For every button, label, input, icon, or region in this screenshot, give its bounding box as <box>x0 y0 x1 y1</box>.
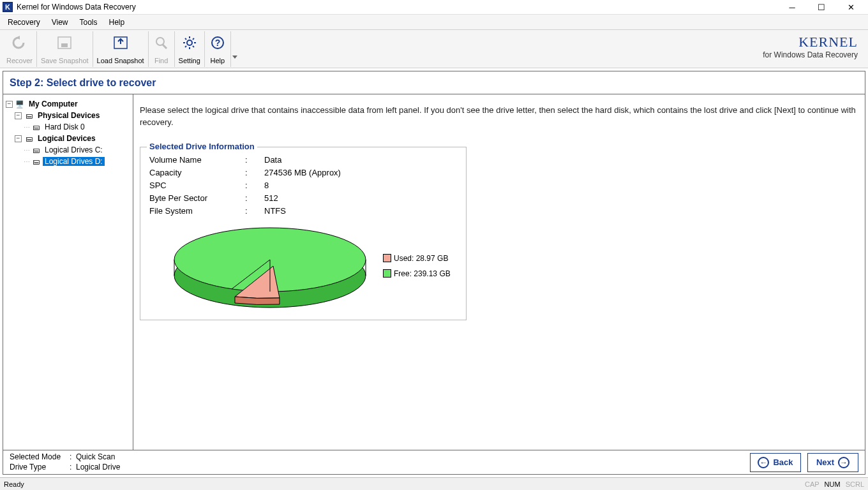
help-icon: ? <box>209 34 227 52</box>
svg-line-10 <box>185 38 186 40</box>
step-title: Step 2: Select drive to recover <box>3 71 865 94</box>
find-icon <box>153 34 170 52</box>
drive-info-legend: Selected Drive Information <box>147 142 257 151</box>
recover-button: Recover <box>3 31 37 67</box>
load-snapshot-button[interactable]: Load Snapshot <box>93 31 149 67</box>
svg-line-4 <box>163 45 167 48</box>
computer-icon: 🖥️ <box>15 100 25 108</box>
back-button[interactable]: ← Back <box>750 453 801 472</box>
status-cap: CAP <box>805 480 819 488</box>
close-button[interactable]: ✕ <box>836 0 865 14</box>
gear-icon <box>181 34 198 52</box>
info-row: Byte Per Sector:512 <box>149 192 457 205</box>
svg-point-5 <box>187 40 192 45</box>
main-panel: Please select the logical drive that con… <box>133 94 865 450</box>
svg-text:?: ? <box>215 38 221 48</box>
menu-view[interactable]: View <box>52 18 68 27</box>
svg-line-12 <box>185 46 186 47</box>
arrow-left-icon: ← <box>758 457 769 468</box>
hdd-icon: 🖴 <box>31 122 41 131</box>
maximize-button[interactable]: ☐ <box>807 0 836 14</box>
brand-logo: KERNEL for Windows Data Recovery <box>763 34 858 59</box>
app-icon: K <box>3 2 13 12</box>
recover-icon <box>10 34 28 52</box>
tree-drive-c[interactable]: ⋯ 🖴 Logical Drives C: <box>6 144 130 156</box>
legend-free: Free: 239.13 GB <box>383 269 451 278</box>
drive-info-fieldset: Selected Drive Information Volume Name:D… <box>140 147 467 320</box>
svg-line-11 <box>193 46 194 47</box>
svg-rect-1 <box>61 43 68 47</box>
device-icon: 🖴 <box>24 111 34 120</box>
disk-usage-chart: Used: 28.97 GB Free: 239.13 GB <box>149 221 457 311</box>
save-snapshot-button: Save Snapshot <box>37 31 93 67</box>
drive-tree: − 🖥️ My Computer − 🖴 Physical Devices ⋯ … <box>3 94 133 450</box>
info-row: Volume Name:Data <box>149 154 457 167</box>
find-button: Find <box>149 31 175 67</box>
help-button[interactable]: ? Help <box>205 31 231 67</box>
content: Step 2: Select drive to recover − 🖥️ My … <box>3 71 865 475</box>
tree-hard-disk-0[interactable]: ⋯ 🖴 Hard Disk 0 <box>6 121 130 133</box>
minimize-button[interactable]: ─ <box>777 0 807 14</box>
arrow-right-icon: → <box>838 457 849 468</box>
chart-legend: Used: 28.97 GB Free: 239.13 GB <box>383 248 451 285</box>
window-title: Kernel for Windows Data Recovery <box>17 3 136 11</box>
device-icon: 🖴 <box>24 134 34 143</box>
load-snapshot-icon <box>112 34 130 52</box>
statusbar: Ready CAP NUM SCRL <box>0 477 868 490</box>
svg-point-3 <box>156 38 164 45</box>
toolbar: Recover Save Snapshot Load Snapshot Find… <box>0 30 868 68</box>
status-scrl: SCRL <box>846 480 864 488</box>
toolbar-dropdown[interactable] <box>232 35 239 63</box>
status-ready: Ready <box>4 480 24 488</box>
next-button[interactable]: Next → <box>807 453 858 472</box>
titlebar: K Kernel for Windows Data Recovery ─ ☐ ✕ <box>0 0 868 15</box>
info-row: SPC:8 <box>149 179 457 192</box>
tree-drive-d[interactable]: ⋯ 🖴 Logical Drives D: <box>6 156 130 167</box>
svg-line-13 <box>193 38 194 40</box>
menubar: Recovery View Tools Help <box>0 15 868 30</box>
menu-tools[interactable]: Tools <box>79 18 97 27</box>
drive-icon: 🖴 <box>31 157 41 166</box>
menu-recovery[interactable]: Recovery <box>8 18 40 27</box>
footer-mode-info: Selected Mode: Quick Scan Drive Type: Lo… <box>10 452 120 473</box>
tree-logical-devices[interactable]: − 🖴 Logical Devices <box>6 133 130 144</box>
status-num: NUM <box>825 480 841 488</box>
instruction-text: Please select the logical drive that con… <box>140 105 858 129</box>
menu-help[interactable]: Help <box>109 18 125 27</box>
tree-physical-devices[interactable]: − 🖴 Physical Devices <box>6 110 130 121</box>
setting-button[interactable]: Setting <box>175 31 205 67</box>
save-snapshot-icon <box>56 34 73 52</box>
legend-used: Used: 28.97 GB <box>383 254 451 263</box>
drive-icon: 🖴 <box>31 145 41 154</box>
info-row: File System:NTFS <box>149 205 457 218</box>
pie-chart-icon <box>171 221 369 311</box>
tree-root[interactable]: − 🖥️ My Computer <box>6 98 130 110</box>
footer: Selected Mode: Quick Scan Drive Type: Lo… <box>3 450 865 474</box>
info-row: Capacity:274536 MB (Approx) <box>149 167 457 179</box>
